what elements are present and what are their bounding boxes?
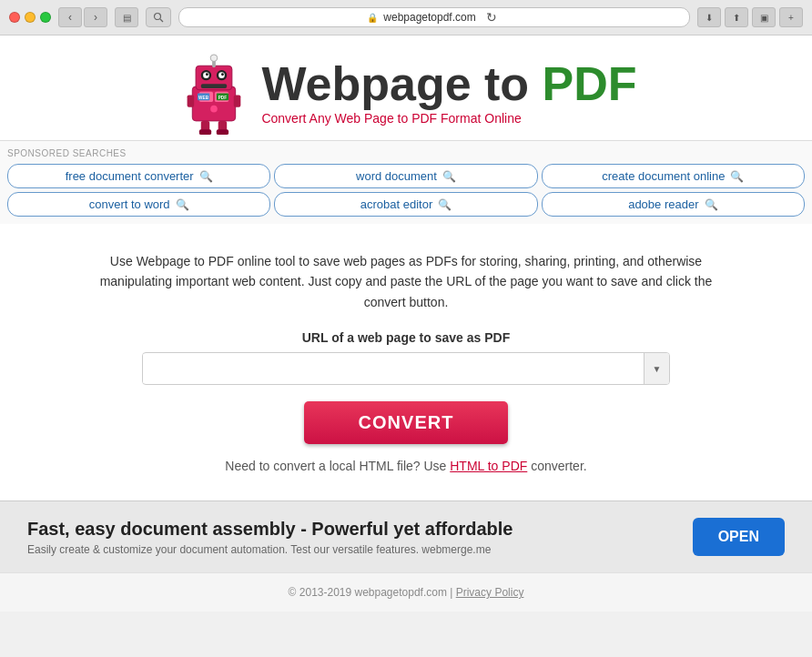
url-label: URL of a web page to save as PDF [55, 330, 757, 345]
svg-line-1 [160, 19, 163, 22]
svg-text:PDF: PDF [218, 96, 228, 100]
title-pdf: PDF [543, 57, 637, 110]
sponsored-text: free document converter [66, 169, 194, 183]
url-input-container: ▼ [142, 352, 670, 385]
description-text: Use Webpage to PDF online tool to save w… [96, 251, 716, 312]
svg-rect-2 [193, 86, 236, 121]
ad-text-area: Fast, easy document assembly - Powerful … [27, 519, 693, 556]
url-dropdown-button[interactable]: ▼ [644, 353, 669, 384]
url-input[interactable] [143, 354, 644, 383]
convert-button[interactable]: CONVERT [304, 401, 509, 444]
download-button[interactable]: ⬇ [697, 7, 721, 27]
sponsored-item[interactable]: convert to word 🔍 [7, 192, 270, 217]
local-html-prefix: Need to convert a local HTML file? Use [225, 459, 450, 473]
svg-point-0 [155, 14, 161, 20]
sponsored-item[interactable]: acrobat editor 🔍 [274, 192, 537, 217]
search-icon: 🔍 [705, 198, 718, 211]
url-bar[interactable]: 🔒 webpagetopdf.com ↻ [178, 7, 690, 27]
traffic-lights [9, 12, 51, 23]
footer: © 2013-2019 webpagetopdf.com | Privacy P… [0, 572, 812, 612]
maximize-button[interactable] [40, 12, 51, 23]
sponsored-text: acrobat editor [360, 197, 433, 211]
plus-button[interactable]: + [779, 7, 803, 27]
html-to-pdf-link[interactable]: HTML to PDF [450, 459, 527, 473]
sponsored-item[interactable]: create document online 🔍 [542, 164, 805, 188]
privacy-policy-link[interactable]: Privacy Policy [456, 586, 524, 599]
sponsored-item[interactable]: word document 🔍 [274, 164, 537, 188]
ad-title: Fast, easy document assembly - Powerful … [27, 519, 693, 540]
footer-text: © 2013-2019 webpagetopdf.com | [289, 586, 456, 599]
sponsored-text: create document online [602, 169, 725, 183]
site-header: WEB PDF Webpage to PDF Convert Any Web P… [0, 35, 812, 140]
svg-rect-13 [188, 95, 195, 106]
sponsored-text: convert to word [89, 197, 170, 211]
forward-button[interactable]: › [84, 7, 107, 27]
svg-text:WEB: WEB [199, 96, 210, 100]
site-subtitle: Convert Any Web Page to PDF Format Onlin… [261, 111, 636, 126]
svg-point-8 [206, 73, 208, 76]
title-webpage: Webpage to [261, 57, 542, 110]
ad-subtitle: Easily create & customize your document … [27, 543, 693, 556]
sponsored-item[interactable]: free document converter 🔍 [7, 164, 270, 188]
search-button[interactable] [146, 7, 171, 27]
svg-rect-14 [234, 95, 241, 106]
refresh-button[interactable]: ↻ [482, 7, 502, 27]
sponsored-text: word document [356, 169, 437, 183]
ad-open-button[interactable]: OPEN [693, 518, 785, 556]
share-button[interactable]: ⬆ [725, 7, 748, 27]
main-area: Use Webpage to PDF online tool to save w… [0, 224, 812, 491]
search-icon: 🔍 [199, 170, 213, 183]
sponsored-label: SPONSORED SEARCHES [7, 148, 805, 158]
view-button[interactable]: ▤ [115, 7, 138, 27]
svg-point-21 [211, 106, 218, 113]
local-html-note: Need to convert a local HTML file? Use H… [55, 459, 757, 473]
minimize-button[interactable] [25, 12, 36, 23]
search-icon: 🔍 [730, 170, 744, 183]
robot-logo: WEB PDF [175, 54, 252, 131]
search-icon: 🔍 [442, 170, 456, 183]
svg-rect-25 [217, 129, 228, 135]
back-button[interactable]: ‹ [58, 7, 82, 27]
search-icon: 🔍 [438, 198, 452, 211]
svg-rect-12 [201, 84, 227, 88]
search-icon: 🔍 [176, 198, 189, 211]
sponsored-grid: free document converter 🔍 word document … [7, 164, 805, 217]
sponsored-item[interactable]: adobe reader 🔍 [542, 192, 805, 217]
sponsored-text: adobe reader [628, 197, 698, 211]
site-title: Webpage to PDF [261, 60, 636, 107]
browser-chrome: ‹ › ▤ 🔒 webpagetopdf.com ↻ ⬇ ⬆ ▣ + [0, 0, 812, 35]
svg-point-11 [211, 55, 218, 62]
close-button[interactable] [9, 12, 20, 23]
local-html-suffix: converter. [527, 459, 586, 473]
ad-banner: Fast, easy document assembly - Powerful … [0, 500, 812, 572]
lock-icon: 🔒 [367, 13, 378, 23]
site-title-area: Webpage to PDF Convert Any Web Page to P… [261, 60, 636, 126]
page-content: WEB PDF Webpage to PDF Convert Any Web P… [0, 35, 812, 612]
sponsored-section: SPONSORED SEARCHES free document convert… [0, 140, 812, 224]
svg-rect-24 [199, 129, 211, 135]
svg-point-9 [221, 73, 224, 76]
url-text: webpagetopdf.com [383, 11, 475, 24]
sidebar-button[interactable]: ▣ [752, 7, 776, 27]
